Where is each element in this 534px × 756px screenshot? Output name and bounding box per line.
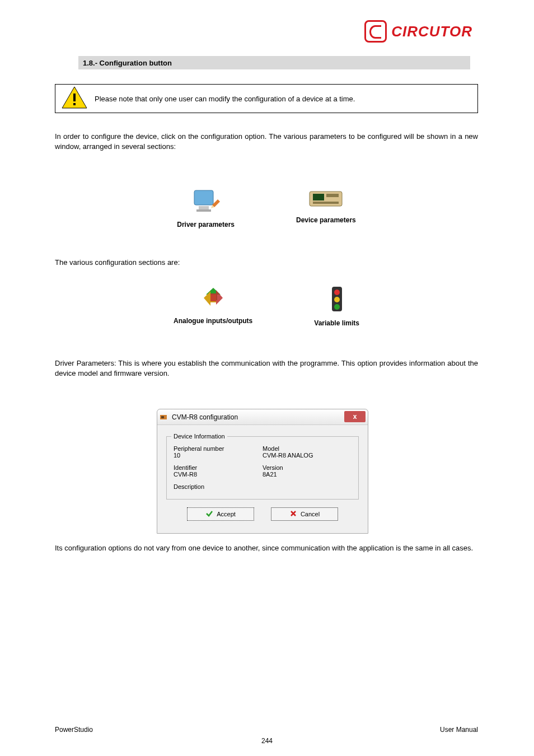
- monitor-pencil-icon: [191, 188, 221, 217]
- driver-params-paragraph: Driver Parameters: This is where you est…: [55, 358, 478, 379]
- warning-icon: [61, 86, 88, 112]
- x-icon: [289, 510, 297, 519]
- brand-logo-mark: [364, 20, 387, 43]
- brand-logo: CIRCUTOR: [364, 20, 472, 43]
- model-label: Model: [263, 445, 352, 452]
- device-parameters-label: Device parameters: [296, 216, 356, 224]
- driver-params-paragraph-2: Its configuration options do not vary fr…: [55, 543, 478, 553]
- section-heading-text: 1.8.- Configuration button: [83, 59, 172, 67]
- device-module-icon: [308, 188, 343, 213]
- svg-point-14: [334, 297, 340, 302]
- analogue-io-label: Analogue inputs/outputs: [174, 317, 252, 325]
- brand-logo-text: CIRCUTOR: [391, 23, 472, 40]
- warning-text: Please note that only one user can modif…: [95, 95, 355, 103]
- identifier-value: CVM-R8: [174, 471, 263, 478]
- driver-parameters-item[interactable]: Driver parameters: [177, 188, 235, 228]
- accept-button-label: Accept: [217, 511, 236, 517]
- description-label: Description: [174, 483, 263, 490]
- device-info-fieldset: Device Information Peripheral number 10 …: [166, 433, 359, 500]
- svg-rect-4: [199, 206, 209, 209]
- svg-rect-9: [313, 194, 324, 200]
- cancel-button[interactable]: Cancel: [271, 507, 338, 521]
- config-dialog: CVM-R8 configuration x Device Informatio…: [157, 409, 368, 534]
- footer-left: PowerStudio: [55, 726, 93, 734]
- dialog-title-text: CVM-R8 configuration: [172, 413, 238, 421]
- dialog-button-row: Accept Cancel: [166, 500, 359, 530]
- warning-callout: Please note that only one user can modif…: [55, 84, 478, 113]
- svg-rect-3: [194, 190, 213, 205]
- svg-rect-17: [161, 416, 164, 418]
- version-value: 8A21: [263, 471, 352, 478]
- icon-row-1: Driver parameters Device parameters: [55, 188, 478, 228]
- page-number: 244: [261, 737, 273, 745]
- svg-point-15: [334, 304, 340, 310]
- dialog-body: Device Information Peripheral number 10 …: [157, 425, 368, 533]
- close-icon: x: [353, 413, 357, 421]
- svg-rect-5: [196, 209, 211, 212]
- page-footer: PowerStudio User Manual: [55, 726, 478, 734]
- section-heading: 1.8.- Configuration button: [78, 56, 470, 69]
- svg-rect-1: [73, 94, 76, 101]
- traffic-light-icon: [330, 286, 344, 316]
- icon-row-2: Analogue inputs/outputs Variable limits: [55, 286, 478, 327]
- accept-button[interactable]: Accept: [187, 507, 254, 521]
- variable-limits-item[interactable]: Variable limits: [314, 286, 359, 327]
- driver-parameters-label: Driver parameters: [177, 221, 235, 228]
- version-label: Version: [263, 464, 352, 471]
- cancel-button-label: Cancel: [301, 511, 320, 517]
- svg-rect-10: [326, 194, 339, 197]
- footer-right: User Manual: [440, 726, 478, 734]
- fieldset-legend: Device Information: [171, 433, 227, 440]
- svg-rect-11: [313, 202, 339, 204]
- analogue-io-item[interactable]: Analogue inputs/outputs: [174, 286, 252, 327]
- sections-intro-text: The various configuration sections are:: [55, 258, 478, 268]
- identifier-label: Identifier: [174, 464, 263, 471]
- variable-limits-label: Variable limits: [314, 319, 359, 327]
- arrows-cycle-icon: [199, 286, 227, 314]
- model-value: CVM-R8 ANALOG: [263, 452, 352, 459]
- peripheral-number-label: Peripheral number: [174, 445, 263, 452]
- svg-rect-2: [73, 103, 76, 105]
- device-parameters-item[interactable]: Device parameters: [296, 188, 356, 228]
- intro-paragraph: In order to configure the device, click …: [55, 132, 478, 152]
- close-button[interactable]: x: [344, 411, 366, 422]
- svg-point-13: [334, 290, 340, 295]
- dialog-titlebar: CVM-R8 configuration x: [157, 409, 368, 425]
- check-icon: [205, 510, 213, 519]
- peripheral-number-value: 10: [174, 452, 263, 459]
